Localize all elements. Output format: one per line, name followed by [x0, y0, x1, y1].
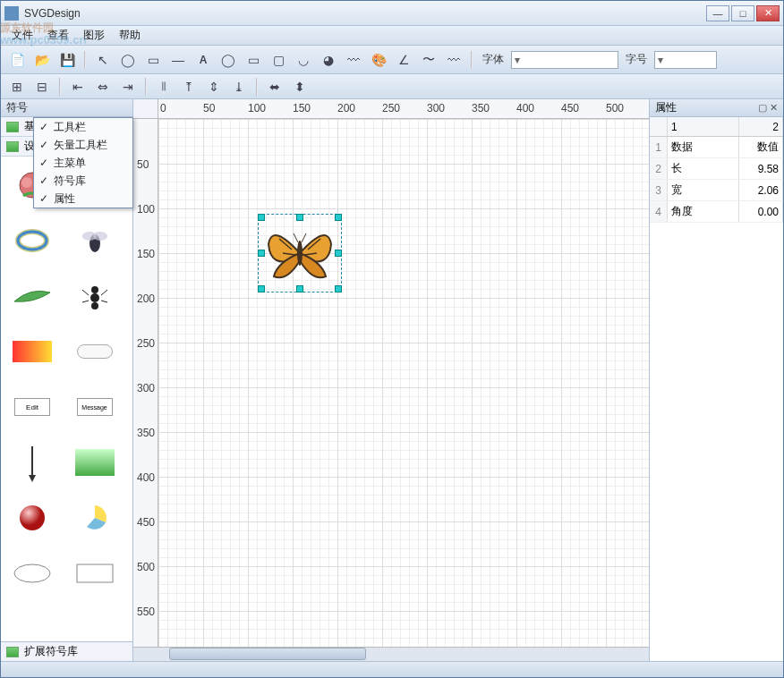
menubar: 文件 查看 图形 帮助: [1, 26, 783, 46]
symbol-sphere[interactable]: [8, 496, 56, 539]
resize-handle[interactable]: [258, 214, 265, 221]
resize-handle[interactable]: [296, 214, 303, 221]
align-center-icon[interactable]: ⇔: [92, 76, 114, 97]
maximize-button[interactable]: □: [731, 5, 754, 21]
table-row[interactable]: 1 数据 数值: [650, 137, 783, 158]
minimize-button[interactable]: —: [706, 5, 729, 21]
wave-icon[interactable]: 〰: [443, 49, 464, 71]
size-combo[interactable]: [654, 51, 717, 69]
resize-handle[interactable]: [335, 214, 342, 221]
ellipse-tool-icon[interactable]: ◯: [217, 49, 239, 71]
ruler-corner: [133, 99, 158, 119]
table-row[interactable]: 2 长 9.58: [650, 158, 783, 180]
rect2-tool-icon[interactable]: ▭: [243, 49, 264, 71]
properties-header: 属性: [655, 100, 677, 115]
resize-handle[interactable]: [258, 285, 265, 292]
text-tool-icon[interactable]: A: [192, 49, 214, 71]
align-bottom-icon[interactable]: ⤓: [228, 76, 250, 97]
pen-tool-icon[interactable]: ∠: [393, 49, 414, 71]
symbol-gradient[interactable]: [8, 330, 56, 373]
mi-main-menu[interactable]: 主菜单: [34, 154, 132, 172]
svg-point-18: [14, 564, 50, 582]
menu-view[interactable]: 查看: [40, 26, 76, 45]
vector-toolbar: ⊞ ⊟ ⇤ ⇔ ⇥ ⫴ ⤒ ⇕ ⤓ ⬌ ⬍: [1, 74, 783, 99]
scrollbar-horizontal[interactable]: [133, 647, 649, 661]
ungroup-icon[interactable]: ⊟: [31, 76, 53, 97]
lib-extended[interactable]: 扩展符号库: [1, 641, 132, 661]
font-combo[interactable]: [511, 51, 618, 69]
pointer-icon[interactable]: ↖: [92, 49, 114, 71]
menu-shape[interactable]: 图形: [76, 26, 112, 45]
mi-toolbar[interactable]: 工具栏: [34, 118, 132, 136]
library-icon: [6, 122, 19, 132]
save-icon[interactable]: 💾: [56, 49, 78, 71]
align-middle-icon[interactable]: ⇕: [203, 76, 225, 97]
pie-tool-icon[interactable]: ◕: [318, 49, 339, 71]
group-icon[interactable]: ⊞: [6, 76, 28, 97]
symbol-pie[interactable]: [71, 496, 119, 539]
close-button[interactable]: ✕: [756, 5, 780, 21]
svg-point-1: [21, 177, 32, 188]
symbol-fly[interactable]: [71, 219, 119, 262]
align-left-icon[interactable]: ⇤: [67, 76, 89, 97]
table-row[interactable]: 3 宽 2.06: [650, 180, 783, 201]
open-icon[interactable]: 📂: [31, 49, 53, 71]
svg-line-11: [82, 290, 89, 295]
svg-line-13: [82, 301, 89, 302]
svg-point-7: [93, 232, 107, 241]
symbol-ant[interactable]: [71, 275, 119, 318]
library-icon: [6, 647, 19, 657]
font-label: 字体: [479, 52, 507, 67]
symbol-leaf[interactable]: [8, 275, 56, 318]
same-height-icon[interactable]: ⬍: [289, 76, 311, 97]
line-tool-icon[interactable]: —: [167, 49, 189, 71]
svg-rect-19: [77, 564, 113, 582]
symbol-button-msg[interactable]: Message: [71, 386, 119, 428]
curve-icon[interactable]: 〜: [418, 49, 439, 71]
size-label: 字号: [622, 52, 651, 67]
symbol-ring[interactable]: [8, 219, 56, 262]
align-right-icon[interactable]: ⇥: [117, 76, 139, 97]
table-row[interactable]: 4 角度 0.00: [650, 201, 783, 223]
svg-point-8: [91, 286, 98, 293]
library-icon: [6, 141, 19, 152]
resize-handle[interactable]: [335, 285, 342, 292]
new-icon[interactable]: 📄: [6, 49, 28, 71]
scrollbar-thumb[interactable]: [169, 648, 366, 660]
titlebar[interactable]: SVGDesign — □ ✕: [1, 1, 783, 26]
selected-object[interactable]: [261, 217, 338, 289]
mi-symbol-lib[interactable]: 符号库: [34, 172, 132, 190]
window-title: SVGDesign: [24, 7, 706, 20]
symbol-gradient-green[interactable]: [71, 441, 119, 484]
circle-tool-icon[interactable]: ◯: [117, 49, 139, 71]
symbol-ellipse-outline[interactable]: [8, 552, 56, 595]
same-width-icon[interactable]: ⬌: [264, 76, 285, 97]
resize-handle[interactable]: [335, 250, 342, 257]
symbol-button-plain[interactable]: [71, 330, 119, 373]
mi-properties[interactable]: 属性: [34, 190, 132, 208]
symbol-button-edit[interactable]: Edit: [8, 386, 56, 428]
ruler-vertical: 50 100 150 200 250 300 350 400 450 500 5…: [133, 119, 158, 647]
panel-controls[interactable]: ▢ ✕: [758, 102, 778, 114]
distribute-h-icon[interactable]: ⫴: [153, 76, 175, 97]
menu-help[interactable]: 帮助: [112, 26, 148, 45]
rect-tool-icon[interactable]: ▭: [142, 49, 164, 71]
palette-icon[interactable]: 🎨: [368, 49, 389, 71]
polyline-tool-icon[interactable]: 〰: [343, 49, 364, 71]
svg-marker-16: [29, 475, 36, 482]
arc-tool-icon[interactable]: ◡: [293, 49, 314, 71]
symbol-panel: 符号 基本符号库 设备库 工具栏 矢量工具栏 主菜单 符号库 属性: [1, 99, 133, 661]
roundrect-tool-icon[interactable]: ▢: [268, 49, 289, 71]
svg-line-12: [101, 290, 107, 295]
svg-point-10: [91, 302, 98, 309]
resize-handle[interactable]: [258, 250, 265, 257]
view-dropdown: 工具栏 矢量工具栏 主菜单 符号库 属性: [33, 117, 133, 208]
symbol-rect-outline[interactable]: [71, 552, 119, 595]
symbol-arrow[interactable]: [8, 441, 56, 484]
menu-file[interactable]: 文件: [4, 26, 40, 45]
canvas-viewport[interactable]: [158, 119, 649, 647]
resize-handle[interactable]: [296, 285, 303, 292]
app-window: SVGDesign — □ ✕ 文件 查看 图形 帮助 📄 📂 💾 ↖ ◯ ▭ …: [0, 0, 784, 678]
mi-vector-toolbar[interactable]: 矢量工具栏: [34, 136, 132, 154]
align-top-icon[interactable]: ⤒: [178, 76, 200, 97]
